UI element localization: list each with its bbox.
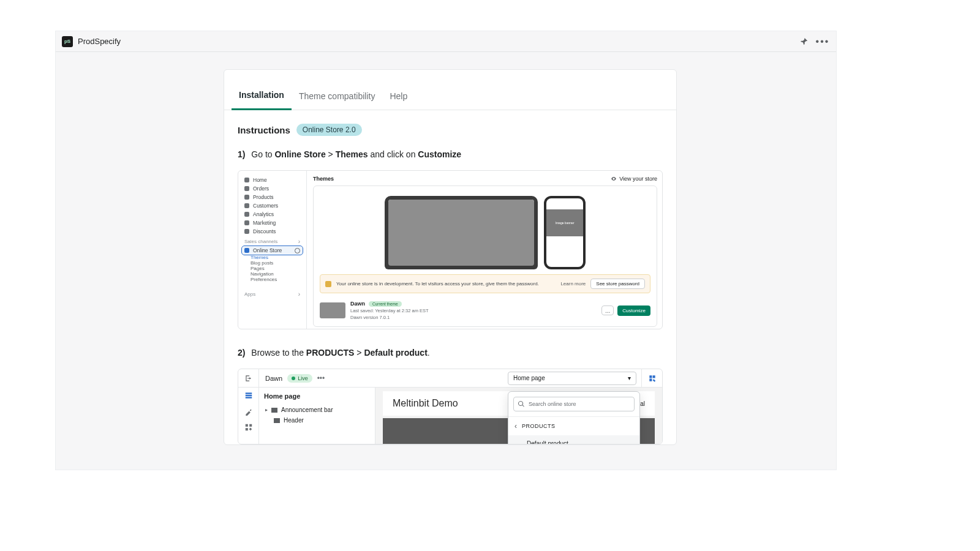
step-1-themes: Themes xyxy=(336,149,368,159)
exit-editor-button[interactable] xyxy=(238,369,259,387)
sub-preferences[interactable]: Preferences xyxy=(251,277,303,282)
star-icon xyxy=(514,443,522,445)
sidebar-orders[interactable]: Orders xyxy=(242,184,303,193)
learn-more-link[interactable]: Learn more xyxy=(560,281,586,287)
phone-hero-text: Image banner xyxy=(546,209,583,236)
tree-header-label: Header xyxy=(284,417,304,424)
online-store-icon xyxy=(244,248,249,253)
sidebar-analytics[interactable]: Analytics xyxy=(242,210,303,219)
sidebar-products[interactable]: Products xyxy=(242,193,303,201)
inspector-toggle[interactable] xyxy=(641,369,662,387)
step-1-mid: and click on xyxy=(371,149,418,159)
theme-preview-card: Image banner Your online store is in dev… xyxy=(313,186,657,327)
tab-theme-compatibility[interactable]: Theme compatibility xyxy=(292,81,383,110)
step-2-default-product: Default product xyxy=(364,348,427,358)
eye-icon xyxy=(611,176,617,182)
step-1-customize: Customize xyxy=(418,149,461,159)
popover-default-product[interactable]: Default product Assigned to 2 products xyxy=(508,435,639,444)
theme-actions-menu[interactable]: ... xyxy=(601,305,614,315)
step-1: 1) Go to Online Store > Themes and click… xyxy=(238,149,663,159)
svg-rect-4 xyxy=(249,424,252,427)
page-selector-value: Home page xyxy=(513,375,545,381)
marketing-icon xyxy=(244,220,249,225)
sidebar-discounts[interactable]: Discounts xyxy=(242,227,303,236)
apps-icon[interactable] xyxy=(244,423,253,432)
svg-rect-2 xyxy=(245,397,252,398)
sidebar-online-store[interactable]: Online Store xyxy=(242,246,303,255)
customize-button[interactable]: Customize xyxy=(617,305,650,316)
admin-sidebar: Home Orders Products Customers Analytics… xyxy=(238,171,307,329)
step-1-online-store: Online Store xyxy=(274,149,325,159)
chevron-right-icon[interactable]: › xyxy=(298,238,300,245)
sidebar-home-label: Home xyxy=(253,177,267,183)
sub-navigation[interactable]: Navigation xyxy=(251,271,303,277)
step-1-sep: > xyxy=(328,149,336,159)
template-popover: Search online store ‹ PRODUCTS Default p… xyxy=(508,391,640,444)
home-icon xyxy=(244,178,249,182)
sidebar-online-store-label: Online Store xyxy=(253,247,282,253)
current-theme-badge: Current theme xyxy=(369,301,402,307)
products-icon xyxy=(244,195,249,200)
screenshot-1: Home Orders Products Customers Analytics… xyxy=(238,170,663,329)
sidebar-marketing-label: Marketing xyxy=(253,220,276,226)
topbar: pS ProdSpecify ••• xyxy=(56,31,836,52)
template-search-input[interactable]: Search online store xyxy=(513,397,635,411)
popover-products-row[interactable]: ‹ PRODUCTS xyxy=(508,416,639,435)
step-2: 2) Browse to the PRODUCTS > Default prod… xyxy=(238,348,663,358)
theme-thumbnail xyxy=(320,302,345,318)
svg-rect-0 xyxy=(245,392,252,394)
search-icon xyxy=(518,400,525,408)
sidebar-discounts-label: Discounts xyxy=(253,228,276,234)
lock-icon xyxy=(325,281,331,287)
eye-icon[interactable] xyxy=(295,248,300,253)
sub-blog-posts[interactable]: Blog posts xyxy=(251,260,303,266)
page-selector[interactable]: Home page ▾ xyxy=(508,372,636,385)
step-2-number: 2) xyxy=(238,348,245,358)
tree-announcement-bar[interactable]: ▸Announcement bar xyxy=(264,405,370,415)
theme-settings-icon[interactable] xyxy=(244,407,253,416)
step-2-dot: . xyxy=(428,348,430,358)
screenshot-2: Dawn Live ••• Home page ▾ xyxy=(238,369,663,444)
tab-help[interactable]: Help xyxy=(382,81,415,110)
editor-topbar: Dawn Live ••• Home page ▾ xyxy=(238,369,662,388)
editor-theme-info: Dawn Live ••• xyxy=(259,374,331,383)
chevron-down-icon: ▾ xyxy=(628,375,631,381)
phone-preview: Image banner xyxy=(544,196,586,269)
tree-heading: Home page xyxy=(264,392,370,400)
sidebar-sub: Themes Blog posts Pages Navigation Prefe… xyxy=(242,255,303,282)
sidebar-customers[interactable]: Customers xyxy=(242,201,303,210)
step-2-prefix: Browse to the xyxy=(251,348,306,358)
brand-badge: pS xyxy=(62,36,73,47)
orders-icon xyxy=(244,186,249,191)
svg-rect-3 xyxy=(245,424,247,427)
sections-tree: Home page ▸Announcement bar Header xyxy=(259,388,375,444)
svg-rect-1 xyxy=(245,395,252,396)
sidebar-products-label: Products xyxy=(253,194,274,200)
view-store-link[interactable]: View your store xyxy=(611,176,657,182)
triangle-icon: ▸ xyxy=(265,407,268,413)
tree-header[interactable]: Header xyxy=(264,415,370,425)
instructions-section: Instructions Online Store 2.0 1) Go to O… xyxy=(224,110,676,444)
live-badge: Live xyxy=(287,374,312,383)
step-2-sep: > xyxy=(356,348,364,358)
tab-installation[interactable]: Installation xyxy=(232,80,292,110)
see-store-password-button[interactable]: See store password xyxy=(590,279,645,289)
themes-heading: Themes xyxy=(313,176,334,182)
pin-icon[interactable] xyxy=(797,34,812,49)
theme-name: Dawn xyxy=(350,301,365,307)
tree-announcement-label: Announcement bar xyxy=(281,407,333,413)
sub-pages[interactable]: Pages xyxy=(251,266,303,271)
main-card: Installation Theme compatibility Help In… xyxy=(224,69,677,445)
chevron-right-icon[interactable]: › xyxy=(298,291,300,298)
sidebar-marketing[interactable]: Marketing xyxy=(242,219,303,227)
sidebar-customers-label: Customers xyxy=(253,203,278,209)
more-icon[interactable]: ••• xyxy=(815,34,830,49)
sidebar-home[interactable]: Home xyxy=(242,176,303,184)
template-search-placeholder: Search online store xyxy=(529,401,576,407)
sub-themes[interactable]: Themes xyxy=(251,255,303,260)
theme-row: Dawn Current theme Last saved: Yesterday… xyxy=(320,298,650,320)
editor-more-icon[interactable]: ••• xyxy=(317,374,325,383)
sections-icon[interactable] xyxy=(244,391,253,400)
step-2-products: PRODUCTS xyxy=(306,348,355,358)
exit-icon xyxy=(244,374,253,383)
